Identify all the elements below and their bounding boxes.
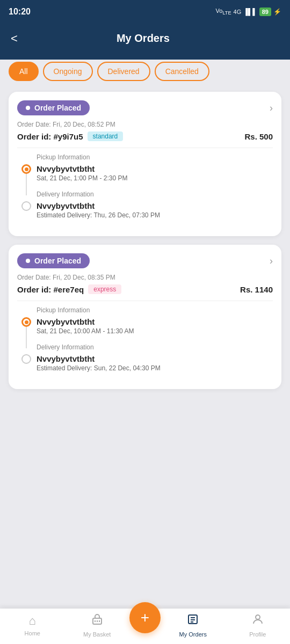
orders-label: My Orders	[179, 631, 207, 638]
bottom-nav: ⌂ Home My Basket + My Orders	[0, 609, 290, 644]
delivery-dot-wrap-2	[21, 354, 31, 364]
delivery-info-1: Nvvybyvtvtbtht Estimated Delivery: Thu, …	[37, 201, 273, 219]
status-icons: VoLTE 4G ▐▌▌ 89 ⚡	[216, 8, 281, 16]
pickup-section-2: Pickup Information Nvvybyvtvtbtht Sat, 2…	[21, 306, 273, 335]
status-dot-2	[26, 259, 30, 263]
nav-item-basket[interactable]: My Basket	[65, 613, 130, 638]
pickup-label-2: Pickup Information	[37, 306, 273, 314]
order-status-badge-2[interactable]: Order Placed	[17, 253, 90, 268]
fab-icon: +	[141, 610, 149, 625]
pickup-label-1: Pickup Information	[37, 153, 273, 161]
delivery-name-1: Nvvybyvtvtbtht	[37, 201, 273, 210]
delivery-time-1: Estimated Delivery: Thu, 26 Dec, 07:30 P…	[37, 211, 273, 219]
delivery-section-2: Delivery Information Nvvybyvtvtbtht Esti…	[21, 343, 273, 372]
pickup-dot-wrap-2	[21, 317, 31, 348]
order-id-1: Order id: #y9i7u5	[17, 132, 83, 141]
delivery-dot-1	[21, 201, 31, 211]
timeline-1: Pickup Information Nvvybyvtvtbtht Sat, 2…	[17, 153, 273, 219]
order-type-badge-1: standard	[88, 131, 124, 141]
status-dot-1	[26, 106, 30, 110]
basket-label: My Basket	[83, 631, 111, 638]
pickup-dot-wrap-1	[21, 164, 31, 195]
delivery-dot-2	[21, 354, 31, 364]
filter-tab-ongoing[interactable]: Ongoing	[43, 62, 93, 81]
back-button[interactable]: <	[11, 33, 18, 45]
delivery-item-1: Nvvybyvtvtbtht Estimated Delivery: Thu, …	[21, 201, 273, 219]
order-price-1: Rs. 500	[244, 132, 273, 141]
signal-icon: ▐▌▌	[243, 8, 257, 16]
orders-icon	[186, 613, 199, 629]
order-date-1: Order Date: Fri, 20 Dec, 08:52 PM	[17, 121, 273, 128]
home-label: Home	[25, 630, 40, 636]
nav-item-orders[interactable]: My Orders	[161, 613, 226, 638]
filter-tab-cancelled[interactable]: Cancelled	[155, 62, 209, 81]
status-time: 10:20	[9, 7, 31, 17]
charging-icon: ⚡	[273, 8, 281, 16]
order-id-row-1: Order id: #y9i7u5 standard Rs. 500	[17, 131, 273, 141]
battery-indicator: 89	[259, 8, 271, 16]
pickup-dot-active-2	[21, 317, 31, 327]
delivery-dot-wrap-1	[21, 201, 31, 211]
divider-1	[17, 148, 273, 148]
pickup-time-2: Sat, 21 Dec, 10:00 AM - 11:30 AM	[37, 327, 273, 335]
order-date-2: Order Date: Fri, 20 Dec, 08:35 PM	[17, 274, 273, 281]
delivery-name-2: Nvvybyvtvtbtht	[37, 354, 273, 363]
order-card-2: Order Placed › Order Date: Fri, 20 Dec, …	[9, 245, 281, 389]
home-icon: ⌂	[29, 614, 36, 628]
pickup-info-2: Nvvybyvtvtbtht Sat, 21 Dec, 10:00 AM - 1…	[37, 317, 273, 335]
page-title: My Orders	[18, 32, 269, 45]
pickup-dot-inner-1	[25, 167, 28, 171]
main-content: All Ongoing Delivered Cancelled Order Pl…	[0, 51, 290, 605]
filter-tab-all[interactable]: All	[9, 62, 39, 81]
order-card-header-2: Order Placed ›	[17, 253, 273, 268]
delivery-info-2: Nvvybyvtvtbtht Estimated Delivery: Sun, …	[37, 354, 273, 372]
pickup-dot-active-1	[21, 164, 31, 174]
divider-2	[17, 301, 273, 301]
header: < My Orders	[0, 24, 290, 60]
profile-icon	[251, 613, 264, 629]
pickup-dot-inner-2	[25, 320, 28, 324]
network-icon: 4G	[234, 9, 242, 15]
timeline-2: Pickup Information Nvvybyvtvtbtht Sat, 2…	[17, 306, 273, 372]
order-type-badge-2: express	[88, 284, 121, 294]
nav-item-profile[interactable]: Profile	[226, 613, 291, 638]
pickup-section-1: Pickup Information Nvvybyvtvtbtht Sat, 2…	[21, 153, 273, 182]
order-status-label-2: Order Placed	[34, 257, 81, 265]
status-bar: 10:20 VoLTE 4G ▐▌▌ 89 ⚡	[0, 0, 290, 24]
order-status-label-1: Order Placed	[34, 104, 81, 112]
filter-tab-delivered[interactable]: Delivered	[97, 62, 150, 81]
fab-button[interactable]: +	[129, 602, 161, 633]
pickup-item-2: Nvvybyvtvtbtht Sat, 21 Dec, 10:00 AM - 1…	[21, 317, 273, 335]
delivery-label-2: Delivery Information	[37, 343, 273, 351]
pickup-info-1: Nvvybyvtvtbtht Sat, 21 Dec, 1:00 PM - 2:…	[37, 164, 273, 182]
delivery-section-1: Delivery Information Nvvybyvtvtbtht Esti…	[21, 191, 273, 219]
pickup-item-1: Nvvybyvtvtbtht Sat, 21 Dec, 1:00 PM - 2:…	[21, 164, 273, 182]
order-card-header-1: Order Placed ›	[17, 100, 273, 115]
delivery-label-1: Delivery Information	[37, 191, 273, 198]
pickup-time-1: Sat, 21 Dec, 1:00 PM - 2:30 PM	[37, 174, 273, 182]
order-price-2: Rs. 1140	[240, 285, 273, 294]
profile-label: Profile	[249, 631, 266, 638]
pickup-name-1: Nvvybyvtvtbtht	[37, 164, 273, 173]
order-chevron-2[interactable]: ›	[270, 255, 273, 267]
nav-item-home[interactable]: ⌂ Home	[0, 614, 65, 636]
order-card-1: Order Placed › Order Date: Fri, 20 Dec, …	[9, 92, 281, 236]
pickup-name-2: Nvvybyvtvtbtht	[37, 317, 273, 326]
order-status-badge-1[interactable]: Order Placed	[17, 100, 90, 115]
pickup-connector-1	[26, 174, 27, 195]
order-id-2: Order id: #ere7eq	[17, 285, 84, 294]
delivery-item-2: Nvvybyvtvtbtht Estimated Delivery: Sun, …	[21, 354, 273, 372]
pickup-connector-2	[26, 327, 27, 348]
filter-tabs: All Ongoing Delivered Cancelled	[9, 62, 281, 81]
delivery-time-2: Estimated Delivery: Sun, 22 Dec, 04:30 P…	[37, 364, 273, 372]
order-chevron-1[interactable]: ›	[270, 103, 273, 114]
order-id-row-2: Order id: #ere7eq express Rs. 1140	[17, 284, 273, 294]
basket-icon	[91, 613, 104, 629]
volte-icon: VoLTE	[216, 8, 231, 16]
svg-point-8	[256, 615, 260, 619]
